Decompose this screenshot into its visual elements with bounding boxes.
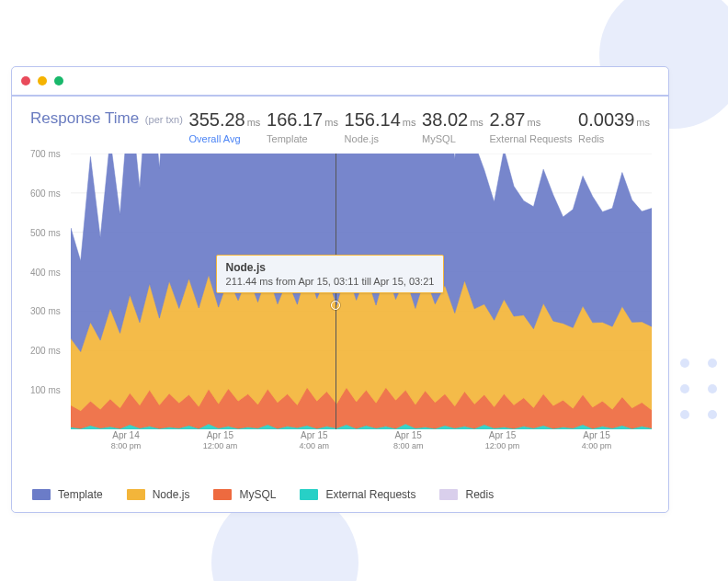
legend-swatch-icon <box>32 489 51 500</box>
close-icon[interactable] <box>21 76 30 85</box>
stats-row: Response Time (per txn) 355.28ms Overall… <box>30 109 650 144</box>
x-tick: Apr 154:00 am <box>300 429 330 452</box>
legend-label: MySQL <box>239 488 276 501</box>
stat-nodejs: 156.14ms Node.js <box>345 109 416 144</box>
legend-swatch-icon <box>127 489 145 500</box>
legend-label: External Requests <box>325 488 415 501</box>
minimize-icon[interactable] <box>38 76 47 85</box>
stat-redis: 0.0039ms Redis <box>578 109 650 144</box>
legend-swatch-icon <box>439 489 458 500</box>
legend-swatch-icon <box>300 489 318 500</box>
legend-label: Redis <box>465 488 494 501</box>
y-tick: 500 ms <box>30 227 61 237</box>
response-time-chart[interactable]: 100 ms200 ms300 ms400 ms500 ms600 ms700 … <box>30 154 652 457</box>
chart-tooltip: Node.js 211.44 ms from Apr 15, 03:11 til… <box>216 255 445 293</box>
legend-label: Template <box>58 488 103 501</box>
stat-overall-avg: 355.28ms Overall Avg <box>189 109 261 144</box>
x-tick: Apr 1512:00 pm <box>485 429 520 452</box>
chart-cursor-point-icon <box>331 301 340 310</box>
window-titlebar <box>12 67 668 97</box>
legend-label: Node.js <box>153 488 190 501</box>
chart-title: Response Time (per txn) <box>30 109 183 128</box>
legend-item[interactable]: Template <box>32 488 103 501</box>
legend-item[interactable]: Node.js <box>127 488 190 501</box>
x-tick: Apr 158:00 am <box>393 429 424 452</box>
tooltip-title: Node.js <box>226 261 435 274</box>
tooltip-text: 211.44 ms from Apr 15, 03:11 till Apr 15… <box>226 276 435 287</box>
chart-plot-area[interactable]: Node.js 211.44 ms from Apr 15, 03:11 til… <box>71 154 652 429</box>
x-axis: Apr 148:00 pmApr 1512:00 amApr 154:00 am… <box>71 429 652 457</box>
y-tick: 400 ms <box>30 267 61 277</box>
stat-mysql: 38.02ms MySQL <box>422 109 483 144</box>
y-tick: 200 ms <box>30 346 61 356</box>
y-tick: 100 ms <box>30 385 61 395</box>
y-tick: 300 ms <box>30 306 61 316</box>
legend-item[interactable]: Redis <box>439 488 494 501</box>
maximize-icon[interactable] <box>54 76 63 85</box>
y-tick: 600 ms <box>30 188 61 198</box>
dashboard-window: Response Time (per txn) 355.28ms Overall… <box>11 66 669 513</box>
stat-external-requests: 2.87ms External Requests <box>490 109 573 144</box>
x-tick: Apr 148:00 pm <box>111 429 142 452</box>
chart-legend: TemplateNode.jsMySQLExternal RequestsRed… <box>30 488 650 501</box>
legend-item[interactable]: MySQL <box>213 488 276 501</box>
stat-template: 166.17ms Template <box>267 109 338 144</box>
legend-item[interactable]: External Requests <box>300 488 415 501</box>
y-tick: 700 ms <box>30 149 61 159</box>
y-axis: 100 ms200 ms300 ms400 ms500 ms600 ms700 … <box>30 154 71 429</box>
x-tick: Apr 1512:00 am <box>203 429 238 452</box>
x-tick: Apr 154:00 pm <box>582 429 612 452</box>
legend-swatch-icon <box>213 489 232 500</box>
